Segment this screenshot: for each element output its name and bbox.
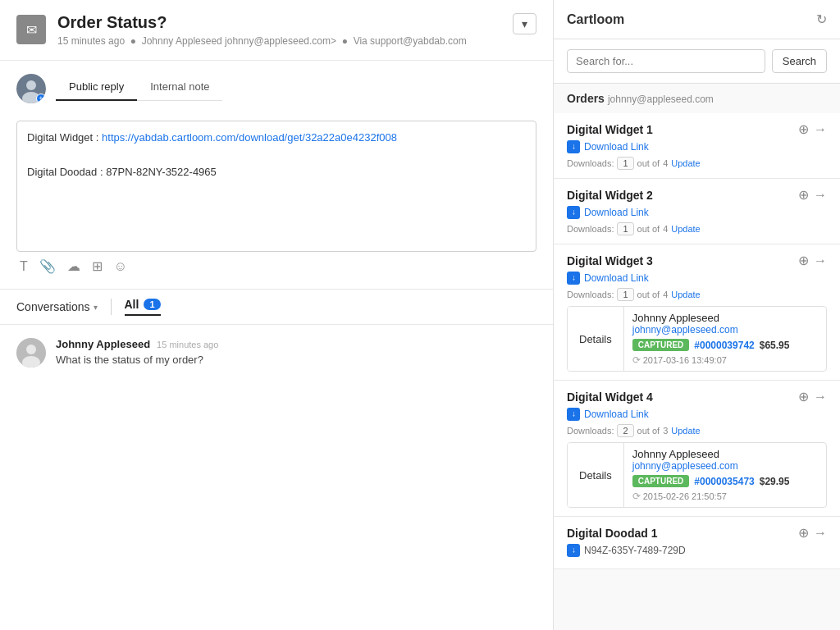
toolbar-table-icon[interactable]: ⊞ — [92, 258, 103, 274]
reply-editor[interactable]: Digital Widget : https://yabdab.cartloom… — [16, 121, 536, 252]
order-3-actions: ⊕ → — [798, 253, 827, 268]
order-1-add-icon[interactable]: ⊕ — [798, 121, 809, 137]
order-4-download-link[interactable]: Download Link — [567, 408, 827, 421]
order-1-max: 4 — [663, 158, 668, 168]
order-5-actions: ⊕ → — [798, 525, 827, 541]
order-3-captured-badge: CAPTURED — [632, 339, 690, 351]
order-3-max: 4 — [663, 290, 668, 299]
order-card-4: Digital Widget 4 ⊕ → Download Link Downl… — [554, 381, 840, 517]
tab-public-reply[interactable]: Public reply — [56, 74, 137, 101]
order-3-detail-email[interactable]: johnny@appleseed.com — [632, 324, 818, 336]
order-4-details-button[interactable]: Details — [568, 443, 624, 507]
order-3-details-button[interactable]: Details — [568, 307, 624, 371]
download-icon-2 — [567, 206, 580, 219]
order-3-arrow-icon[interactable]: → — [814, 253, 827, 268]
conversations-dropdown[interactable]: Conversations ▾ — [16, 300, 98, 313]
order-2-add-icon[interactable]: ⊕ — [798, 187, 809, 203]
order-4-update-link[interactable]: Update — [671, 426, 700, 436]
reply-toolbar: T 📎 ☁ ⊞ ☺ — [16, 252, 536, 276]
order-4-download-label: Download Link — [584, 409, 649, 420]
email-dropdown-button[interactable]: ▾ — [513, 13, 536, 34]
order-3-update-link[interactable]: Update — [671, 290, 700, 299]
order-1-download-label: Download Link — [584, 141, 649, 153]
email-info: Order Status? 15 minutes ago ● Johnny Ap… — [57, 13, 467, 47]
order-4-date: 2015-02-26 21:50:57 — [632, 491, 818, 502]
order-3-name: Digital Widget 3 — [567, 254, 653, 267]
reply-line1-link[interactable]: https://yabdab.cartloom.com/download/get… — [102, 131, 397, 144]
order-4-order-number[interactable]: #0000035473 — [694, 476, 754, 487]
order-5-arrow-icon[interactable]: → — [814, 526, 827, 541]
order-2-arrow-icon[interactable]: → — [814, 188, 827, 203]
reply-line1: Digital Widget : https://yabdab.cartloom… — [27, 130, 526, 147]
tab-internal-note[interactable]: Internal note — [137, 74, 222, 101]
order-card-4-header: Digital Widget 4 ⊕ → — [567, 389, 827, 404]
reply-line2: Digital Doodad : 87PN-82NY-3522-4965 — [27, 164, 526, 181]
toolbar-attachment-icon[interactable]: 📎 — [39, 258, 56, 274]
order-4-captured-badge: CAPTURED — [632, 475, 690, 487]
order-3-downloads-label: Downloads: — [567, 290, 614, 299]
order-1-downloads-label: Downloads: — [567, 158, 614, 168]
order-1-download-link[interactable]: Download Link — [567, 140, 827, 153]
conversations-label: Conversations — [16, 300, 90, 313]
order-2-max: 4 — [663, 224, 668, 234]
order-4-arrow-icon[interactable]: → — [814, 390, 827, 404]
download-icon-4 — [567, 408, 580, 421]
order-1-downloads-row: Downloads: 1 out of 4 Update — [567, 157, 827, 170]
email-title: Order Status? — [57, 13, 467, 32]
email-address: johnny@appleseed.com> — [225, 35, 336, 47]
order-3-download-link[interactable]: Download Link — [567, 272, 827, 285]
toolbar-cloud-icon[interactable]: ☁ — [67, 258, 80, 274]
order-3-out-of: out of — [637, 290, 660, 299]
email-time: 15 minutes ago — [57, 35, 125, 47]
orders-email: johnny@appleseed.com — [608, 94, 714, 105]
order-1-name: Digital Widget 1 — [567, 123, 653, 136]
order-4-amount: $29.95 — [760, 476, 790, 487]
search-bar: Search — [554, 39, 840, 84]
order-5-key-value: N94Z-635Y-7489-729D — [584, 545, 686, 556]
order-4-downloads-count: 2 — [617, 424, 633, 437]
order-3-date: 2017-03-16 13:49:07 — [632, 354, 818, 366]
order-5-add-icon[interactable]: ⊕ — [798, 525, 809, 541]
order-1-arrow-icon[interactable]: → — [814, 122, 827, 137]
order-2-update-link[interactable]: Update — [671, 224, 700, 234]
right-header: Cartloom ↻ — [554, 0, 840, 39]
conversations-bar: Conversations ▾ All 1 — [0, 290, 553, 325]
search-button[interactable]: Search — [772, 49, 827, 73]
reply-tab-group: Public reply Internal note — [56, 74, 222, 101]
order-1-update-link[interactable]: Update — [671, 158, 700, 168]
order-card-3-header: Digital Widget 3 ⊕ → — [567, 253, 827, 268]
download-icon-3 — [567, 272, 580, 285]
order-3-detail-block: Details Johnny Appleseed johnny@applesee… — [567, 306, 827, 372]
toolbar-text-icon[interactable]: T — [20, 259, 28, 274]
order-3-order-number[interactable]: #0000039742 — [694, 340, 754, 351]
message-time: 15 minutes ago — [157, 340, 218, 349]
order-1-actions: ⊕ → — [798, 121, 827, 137]
order-2-name: Digital Widget 2 — [567, 189, 653, 202]
email-header-left: ✉ Order Status? 15 minutes ago ● Johnny … — [16, 13, 467, 47]
order-4-detail-email[interactable]: johnny@appleseed.com — [632, 460, 818, 472]
toolbar-emoji-icon[interactable]: ☺ — [114, 259, 127, 274]
avatar-badge — [36, 94, 46, 103]
order-3-download-label: Download Link — [584, 272, 649, 284]
order-2-actions: ⊕ → — [798, 187, 827, 203]
email-via: Via support@yabdab.com — [354, 35, 467, 47]
order-4-detail-info: Johnny Appleseed johnny@appleseed.com CA… — [624, 443, 826, 507]
order-3-detail-row: CAPTURED #0000039742 $65.95 — [632, 337, 818, 353]
right-panel: Cartloom ↻ Search Ordersjohnny@appleseed… — [554, 0, 840, 630]
message-header: Johnny Appleseed 15 minutes ago — [56, 338, 536, 350]
email-icon: ✉ — [16, 15, 46, 44]
order-5-name: Digital Doodad 1 — [567, 527, 657, 540]
order-4-downloads-label: Downloads: — [567, 426, 614, 436]
all-filter[interactable]: All 1 — [125, 298, 161, 316]
order-card-3: Digital Widget 3 ⊕ → Download Link Downl… — [554, 244, 840, 381]
refresh-icon[interactable]: ↻ — [816, 11, 827, 27]
search-input[interactable] — [567, 49, 765, 73]
order-3-add-icon[interactable]: ⊕ — [798, 253, 809, 268]
order-2-download-link[interactable]: Download Link — [567, 206, 827, 219]
order-2-downloads-count: 1 — [617, 222, 633, 235]
order-4-add-icon[interactable]: ⊕ — [798, 389, 809, 404]
order-4-detail-name: Johnny Appleseed — [632, 448, 818, 460]
order-card-5: Digital Doodad 1 ⊕ → N94Z-635Y-7489-729D — [554, 517, 840, 569]
order-3-detail-name: Johnny Appleseed — [632, 312, 818, 324]
svg-point-4 — [26, 345, 36, 354]
